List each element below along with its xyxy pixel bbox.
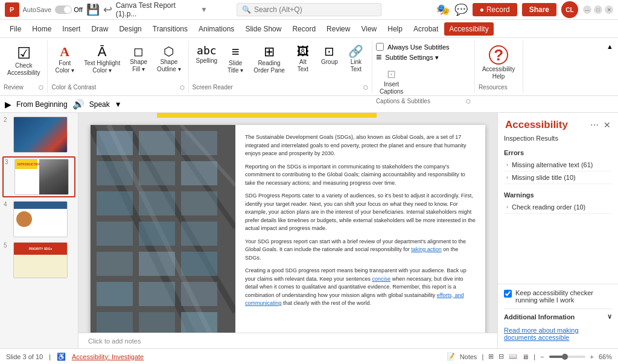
presenter-coach-icon[interactable]: 🎭 — [436, 3, 450, 16]
missing-alt-text-item[interactable]: › Missing alternative text (61) — [504, 159, 612, 171]
slide-number-5: 5 — [4, 242, 11, 249]
link-text-button[interactable]: 🔗 LinkText — [344, 43, 368, 84]
play-from-beginning-icon[interactable]: ▶ — [5, 100, 11, 109]
slide-thumb-2[interactable] — [13, 117, 68, 153]
group-button[interactable]: ⊡ Group — [317, 43, 342, 84]
svg-rect-19 — [97, 252, 133, 276]
minimize-button[interactable]: — — [583, 5, 591, 14]
slide-thumb-3[interactable]: INTRODUCTION — [14, 159, 69, 195]
speak-dropdown-icon[interactable]: ▼ — [115, 100, 122, 109]
zoom-level[interactable]: 66% — [599, 353, 612, 360]
additional-info-section[interactable]: Additional Information ∨ — [504, 308, 612, 324]
slide-item-3[interactable]: 3 INTRODUCTION — [2, 156, 75, 197]
menu-help[interactable]: Help — [383, 22, 407, 36]
shape-fill-label: ShapeFill ▾ — [130, 59, 147, 73]
efforts-link[interactable]: efforts, and communicating — [245, 292, 464, 307]
autosave-toggle[interactable]: Off — [55, 5, 82, 14]
user-avatar[interactable]: CL — [561, 1, 578, 18]
subtitle-settings-icon[interactable]: ≡ — [376, 52, 381, 63]
speak-icon[interactable]: 🔊 — [72, 98, 84, 110]
undo-icon[interactable]: ↩ — [103, 3, 112, 16]
ribbon-group-screen-reader: abc Spelling ≡ SlideTitle ▾ ⊞ ReadingOrd… — [189, 40, 372, 93]
color-group-expand-icon[interactable]: ⬡ — [180, 85, 185, 91]
slide-title-label: SlideTitle ▾ — [228, 60, 243, 74]
zoom-thumb[interactable] — [562, 354, 568, 360]
restore-button[interactable]: □ — [594, 5, 602, 14]
slide-item-4[interactable]: 4 — [2, 200, 75, 238]
slide-item-5[interactable]: 5 PRIORITY SDGs — [2, 241, 75, 279]
slide-canvas[interactable]: The Sustainable Development Goals (SDGs)… — [78, 113, 497, 333]
slide-thumb-5[interactable]: PRIORITY SDGs — [13, 242, 68, 278]
menu-insert[interactable]: Insert — [57, 22, 85, 36]
screen-reader-expand-icon[interactable]: ⬡ — [363, 85, 368, 91]
accessibility-help-button[interactable]: ? AccessibilityHelp — [479, 43, 518, 84]
menu-record[interactable]: Record — [287, 22, 320, 36]
zoom-slider[interactable] — [549, 356, 585, 358]
save-icon[interactable]: 💾 — [86, 3, 100, 16]
presenter-view-icon[interactable]: 🖥 — [522, 353, 529, 360]
read-more-link[interactable]: Read more about making documents accessi… — [504, 324, 612, 343]
always-subtitles-checkbox[interactable] — [376, 43, 384, 51]
taking-action-link[interactable]: taking action — [411, 246, 442, 252]
captions-expand-icon[interactable]: ⬡ — [466, 98, 471, 104]
spelling-button[interactable]: abc Spelling — [193, 43, 221, 84]
panel-collapse-button[interactable]: ⋯ — [589, 119, 600, 131]
text-highlight-button[interactable]: Ā Text HighlightColor ▾ — [80, 43, 124, 84]
share-button[interactable]: Share — [522, 3, 556, 16]
font-color-button[interactable]: A FontColor ▾ — [51, 43, 78, 84]
notes-icon[interactable]: 📝 — [447, 353, 455, 360]
menu-file[interactable]: File — [5, 22, 26, 36]
search-box[interactable]: 🔍 — [237, 3, 381, 16]
slide-wrapper[interactable]: The Sustainable Development Goals (SDGs)… — [91, 125, 485, 333]
menu-draw[interactable]: Draw — [86, 22, 113, 36]
click-to-add-notes[interactable]: Click to add notes — [88, 337, 141, 345]
from-beginning-label[interactable]: From Beginning — [16, 100, 68, 109]
menu-slideshow[interactable]: Slide Show — [240, 22, 286, 36]
svg-rect-13 — [97, 191, 133, 216]
shape-fill-button[interactable]: ◻ ShapeFill ▾ — [126, 43, 151, 84]
insert-captions-button[interactable]: ⊡ InsertCaptions — [376, 66, 407, 98]
reading-order-pane-button[interactable]: ⊞ ReadingOrder Pane — [250, 43, 288, 84]
zoom-out-icon[interactable]: − — [540, 353, 544, 360]
slide-thumb-4[interactable] — [13, 201, 68, 237]
check-accessibility-button[interactable]: ☑ CheckAccessibility — [4, 43, 43, 84]
ribbon-group-review: ☑ CheckAccessibility Review ⬡ — [0, 40, 48, 93]
panel-close-button[interactable]: ✕ — [604, 120, 611, 130]
menu-view[interactable]: View — [356, 22, 381, 36]
ribbon-collapse-button[interactable]: ▲ — [602, 40, 618, 53]
slide-item-2[interactable]: 2 — [2, 115, 75, 154]
menu-design[interactable]: Design — [114, 22, 146, 36]
notes-bar[interactable]: Click to add notes — [78, 333, 497, 348]
toggle-track[interactable] — [55, 5, 72, 14]
review-group-expand-icon[interactable]: ⬡ — [39, 85, 43, 91]
normal-view-icon[interactable]: ⊞ — [488, 353, 494, 360]
menu-animations[interactable]: Animations — [194, 22, 239, 36]
menu-accessibility[interactable]: Accessibility — [444, 22, 493, 36]
alt-text-label: AltText — [298, 59, 308, 73]
file-dropdown-icon[interactable]: ▼ — [200, 5, 208, 14]
menu-review[interactable]: Review — [322, 22, 355, 36]
search-input[interactable] — [254, 5, 363, 14]
close-button[interactable]: ✕ — [605, 5, 613, 14]
subtitle-settings-label[interactable]: Subtitle Settings ▾ — [385, 54, 439, 62]
menu-transitions[interactable]: Transitions — [148, 22, 193, 36]
slide-text-content: The Sustainable Development Goals (SDGs)… — [235, 125, 485, 333]
reading-view-icon[interactable]: 📖 — [509, 353, 517, 360]
menu-acrobat[interactable]: Acrobat — [409, 22, 443, 36]
keep-running-checkbox[interactable] — [504, 290, 512, 298]
record-button[interactable]: ● Record — [473, 3, 517, 16]
zoom-in-icon[interactable]: + — [590, 353, 594, 360]
slide-sorter-icon[interactable]: ⊟ — [499, 353, 504, 360]
menu-home[interactable]: Home — [27, 22, 56, 36]
missing-slide-title-item[interactable]: › Missing slide title (10) — [504, 171, 612, 184]
alt-text-button[interactable]: 🖼 AltText — [291, 43, 315, 84]
slide-title-button[interactable]: ≡ SlideTitle ▾ — [223, 43, 247, 84]
svg-rect-12 — [181, 161, 217, 185]
comments-icon[interactable]: 💬 — [454, 3, 468, 16]
check-reading-order-item[interactable]: › Check reading order (10) — [504, 201, 612, 214]
speak-label[interactable]: Speak — [89, 100, 110, 109]
accessibility-status[interactable]: Accessibility: Investigate — [72, 353, 144, 360]
notes-status-label[interactable]: Notes — [460, 353, 477, 360]
concise-link[interactable]: concise — [372, 276, 391, 282]
shape-outline-button[interactable]: ⬡ ShapeOutline ▾ — [153, 43, 184, 84]
